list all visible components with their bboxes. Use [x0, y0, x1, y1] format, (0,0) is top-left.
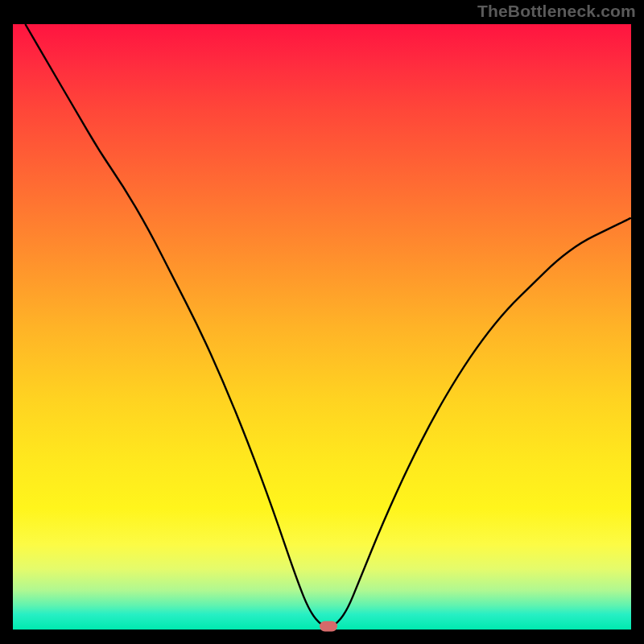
plot-area — [13, 24, 631, 630]
watermark-text: TheBottleneck.com — [477, 2, 636, 21]
bottleneck-curve — [25, 24, 631, 626]
chart-frame: TheBottleneck.com — [0, 0, 644, 644]
optimal-point-marker — [320, 621, 337, 632]
curve-svg — [13, 24, 631, 630]
